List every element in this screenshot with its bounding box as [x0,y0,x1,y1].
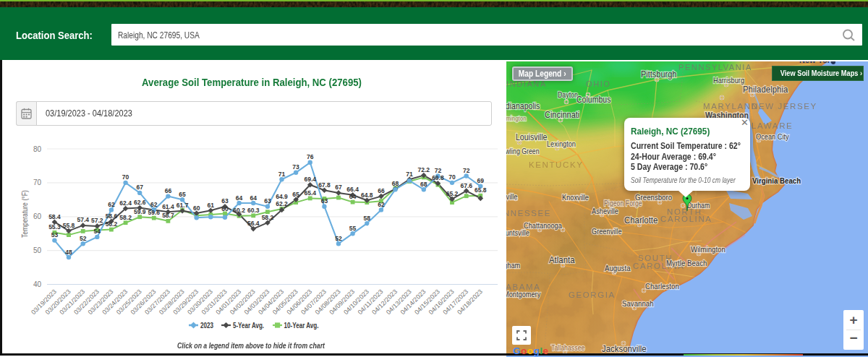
svg-text:67.6: 67.6 [460,182,472,189]
svg-text:5-Year Avg.: 5-Year Avg. [233,322,264,330]
svg-text:OHIO: OHIO [586,79,611,88]
svg-text:65: 65 [179,191,186,198]
svg-text:69.4: 69.4 [304,176,316,183]
svg-text:54: 54 [94,228,101,235]
svg-text:70: 70 [448,173,456,181]
svg-text:50: 50 [33,246,42,254]
svg-text:Wilmington: Wilmington [691,245,726,254]
svg-text:73: 73 [292,163,299,171]
svg-text:53: 53 [51,231,59,238]
svg-text:63: 63 [264,197,271,205]
svg-text:Tallahassee: Tallahassee [551,343,584,352]
svg-text:Lexington: Lexington [547,139,576,148]
svg-text:59.6: 59.6 [148,209,161,216]
svg-text:72: 72 [463,167,470,174]
svg-text:TENNESSEE: TENNESSEE [506,209,551,218]
svg-text:Greenville: Greenville [592,227,622,236]
svg-text:58: 58 [364,215,371,222]
svg-text:55.8: 55.8 [63,222,75,229]
svg-text:65.8: 65.8 [475,186,487,194]
svg-text:GEORGIA: GEORGIA [569,291,616,299]
svg-text:Charleston: Charleston [645,282,679,291]
svg-text:60.3: 60.3 [247,207,260,214]
svg-text:66: 66 [165,187,172,194]
svg-text:10-Year Avg.: 10-Year Avg. [284,322,319,330]
svg-text:Louisville: Louisville [516,132,547,142]
svg-text:Temperature (°F): Temperature (°F) [20,190,29,238]
svg-text:57.2: 57.2 [91,217,103,224]
svg-text:62: 62 [108,201,115,208]
svg-text:60.2: 60.2 [233,207,245,214]
svg-text:Bowling Green: Bowling Green [506,147,540,155]
svg-text:60: 60 [33,212,42,220]
svg-text:Cincinnati: Cincinnati [545,109,579,119]
svg-text:Montgomery: Montgomery [506,290,540,298]
svg-text:LAWARE: LAWARE [752,121,793,130]
svg-text:67: 67 [136,184,143,191]
svg-text:60: 60 [221,205,229,212]
svg-text:66: 66 [378,187,385,194]
svg-text:Dayton: Dayton [558,90,578,99]
svg-text:63: 63 [221,197,229,205]
svg-text:68: 68 [420,181,427,188]
svg-text:65: 65 [292,191,299,198]
svg-text:48: 48 [65,249,72,256]
svg-text:Ocean City: Ocean City [756,132,789,141]
svg-text:61.4: 61.4 [162,203,174,210]
svg-text:Atlanta: Atlanta [549,254,575,265]
svg-text:61.7: 61.7 [176,202,189,209]
svg-text:Nashville: Nashville [506,192,518,201]
svg-text:Harrisburg: Harrisburg [713,76,744,85]
svg-text:55: 55 [349,225,357,232]
svg-text:62.2: 62.2 [276,200,288,207]
svg-text:70: 70 [122,173,129,181]
svg-text:65.4: 65.4 [304,189,316,197]
svg-text:KENTUCKY: KENTUCKY [529,160,583,169]
svg-text:56.2: 56.2 [106,220,118,228]
svg-text:58.2: 58.2 [262,214,274,221]
svg-text:62: 62 [150,201,158,208]
svg-text:Augusta: Augusta [605,264,631,272]
svg-text:Huntsville: Huntsville [506,228,529,237]
svg-text:64.8: 64.8 [361,192,373,199]
svg-text:2023: 2023 [200,322,213,330]
svg-text:64: 64 [236,194,243,202]
svg-text:52: 52 [335,235,342,242]
svg-text:62.4: 62.4 [119,199,132,207]
svg-text:70: 70 [33,178,42,186]
svg-text:Indianapolis: Indianapolis [506,101,540,111]
svg-text:CAROLINA: CAROLINA [660,215,712,223]
svg-text:72.2: 72.2 [418,166,430,173]
svg-text:64.9: 64.9 [276,193,288,200]
svg-text:58.7: 58.7 [162,212,174,219]
svg-text:68: 68 [392,180,399,187]
svg-text:Charlotte: Charlotte [624,215,658,225]
svg-text:Virginia Beach: Virginia Beach [752,176,801,185]
svg-text:NEW JERSEY: NEW JERSEY [752,102,817,111]
svg-text:61: 61 [208,202,215,209]
svg-text:PENNSYLVANIA: PENNSYLVANIA [678,63,752,72]
svg-text:Columbus: Columbus [576,95,611,104]
svg-text:67.8: 67.8 [318,181,331,189]
svg-text:71: 71 [406,171,413,178]
svg-text:MARYLAND: MARYLAND [703,102,759,111]
svg-text:New York: New York [799,61,835,64]
svg-text:58.2: 58.2 [119,214,132,221]
svg-text:60: 60 [193,205,200,212]
svg-text:Savannah: Savannah [622,299,654,308]
svg-text:omington: omington [506,115,527,123]
svg-text:Pittsburgh: Pittsburgh [641,69,677,79]
svg-text:64: 64 [349,193,357,200]
svg-text:66.4: 66.4 [346,186,359,193]
svg-text:56.4: 56.4 [247,220,260,227]
svg-text:63: 63 [321,197,328,205]
svg-text:Jacksonville: Jacksonville [602,343,647,354]
svg-text:69.8: 69.8 [432,174,444,181]
svg-text:Birmingham: Birmingham [506,261,520,270]
svg-text:62: 62 [378,201,385,208]
svg-text:76: 76 [307,153,314,160]
svg-text:80: 80 [33,145,42,153]
svg-text:57.4: 57.4 [77,216,89,223]
svg-text:67: 67 [335,184,342,191]
svg-text:52: 52 [80,235,87,242]
